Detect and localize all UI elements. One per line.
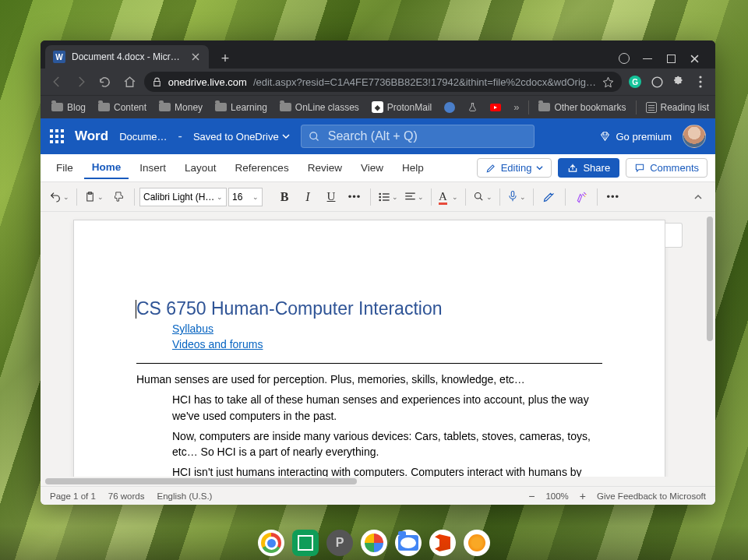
svg-rect-10: [383, 196, 390, 197]
minimize-button[interactable]: [637, 48, 658, 69]
url-host: onedrive.live.com: [168, 76, 247, 88]
font-color-button[interactable]: A⌄: [436, 186, 460, 208]
horizontal-rule: [136, 363, 602, 364]
horizontal-scrollbar[interactable]: [41, 477, 704, 486]
tab-home[interactable]: Home: [84, 157, 129, 179]
search-input[interactable]: Search (Alt + Q): [301, 125, 535, 148]
tab-references[interactable]: References: [228, 157, 297, 178]
find-button[interactable]: ⌄: [471, 186, 495, 208]
shelf-files-icon[interactable]: [395, 530, 422, 556]
bookmark-folder[interactable]: OnLine classes: [275, 100, 364, 115]
comments-button[interactable]: Comments: [626, 158, 707, 178]
bookmark-youtube[interactable]: [485, 101, 506, 114]
font-size-select[interactable]: 16⌄: [228, 188, 263, 206]
link-videos-forums[interactable]: Videos and forums: [172, 338, 602, 350]
tab-insert[interactable]: Insert: [132, 157, 174, 178]
bookmark-protonmail[interactable]: ◆ProtonMail: [367, 99, 436, 115]
save-status[interactable]: Saved to OneDrive: [193, 131, 290, 143]
go-premium-button[interactable]: Go premium: [599, 131, 672, 143]
vertical-scrollbar[interactable]: [704, 212, 715, 486]
undo-button[interactable]: ⌄: [47, 186, 72, 208]
reading-list[interactable]: Reading list: [641, 100, 714, 115]
document-page[interactable]: CS 6750 Human-Computer Interaction Sylla…: [73, 220, 665, 486]
bookmark-item[interactable]: [439, 100, 460, 115]
bold-button[interactable]: B: [273, 186, 295, 208]
shelf-office-icon[interactable]: [429, 530, 456, 556]
bookmark-item[interactable]: [463, 99, 482, 115]
svg-point-16: [475, 193, 481, 199]
chrome-menu-icon[interactable]: [692, 73, 709, 90]
chevron-down-icon: [536, 164, 543, 171]
account-circle-icon[interactable]: [614, 48, 634, 69]
document-name[interactable]: Docume…: [119, 131, 167, 143]
tab-view[interactable]: View: [353, 157, 391, 178]
shelf-chrome-icon[interactable]: [258, 530, 284, 556]
bookmark-label: Content: [114, 102, 146, 113]
shelf-app-icon[interactable]: P: [326, 530, 353, 556]
browser-tab[interactable]: W Document 4.docx - Microsoft Wo: [45, 45, 209, 69]
align-button[interactable]: ⌄: [402, 186, 426, 208]
dictate-button[interactable]: ⌄: [505, 186, 528, 208]
zoom-in-button[interactable]: +: [577, 490, 589, 502]
home-button[interactable]: [120, 72, 139, 92]
tab-help[interactable]: Help: [394, 157, 432, 178]
scrollbar-thumb[interactable]: [45, 478, 357, 484]
collapse-ribbon-button[interactable]: [687, 186, 709, 208]
other-bookmarks[interactable]: Other bookmarks: [534, 100, 630, 115]
zoom-out-button[interactable]: −: [525, 490, 538, 502]
editing-mode-button[interactable]: Editing: [477, 158, 552, 178]
tab-review[interactable]: Review: [300, 157, 350, 178]
font-name-select[interactable]: Calibri Light (H…⌄: [139, 188, 227, 206]
feedback-link[interactable]: Give Feedback to Microsoft: [597, 491, 706, 501]
italic-button[interactable]: I: [297, 186, 319, 208]
bookmark-label: Learning: [231, 102, 267, 113]
folder-icon: [159, 103, 171, 111]
language-status[interactable]: English (U.S.): [157, 491, 213, 501]
shelf-app-icon[interactable]: [464, 530, 490, 556]
bookmark-folder[interactable]: Blog: [47, 100, 90, 115]
avatar[interactable]: [683, 125, 706, 148]
word-count[interactable]: 76 words: [108, 491, 145, 501]
document-heading: CS 6750 Human-Computer Interaction: [136, 298, 602, 319]
bookmark-folder[interactable]: Learning: [210, 100, 272, 115]
more-font-options[interactable]: •••: [344, 186, 365, 208]
scrollbar-thumb[interactable]: [707, 217, 713, 341]
forward-button[interactable]: [71, 72, 90, 92]
tab-layout[interactable]: Layout: [177, 157, 224, 178]
underline-button[interactable]: U: [320, 186, 342, 208]
designer-button[interactable]: [570, 186, 592, 208]
folder-icon: [51, 103, 63, 111]
omnibox[interactable]: onedrive.live.com/edit.aspx?resid=C1A4FE…: [144, 72, 622, 92]
close-tab-icon[interactable]: [190, 51, 201, 62]
svg-rect-8: [383, 193, 390, 194]
bookmark-folder[interactable]: Content: [94, 100, 151, 115]
editor-button[interactable]: [538, 186, 560, 208]
link-syllabus[interactable]: Syllabus: [172, 322, 602, 335]
reload-button[interactable]: [95, 72, 115, 92]
page-count[interactable]: Page 1 of 1: [50, 491, 96, 501]
star-icon[interactable]: [602, 76, 614, 88]
tab-file[interactable]: File: [48, 157, 81, 178]
more-commands[interactable]: •••: [602, 186, 624, 208]
paste-button[interactable]: ⌄: [82, 186, 106, 208]
pencil-icon: [485, 163, 496, 174]
extensions-puzzle-icon[interactable]: [670, 73, 687, 90]
bullets-button[interactable]: ⌄: [376, 186, 400, 208]
maximize-button[interactable]: [661, 48, 681, 69]
app-launcher-icon[interactable]: [50, 129, 64, 143]
new-tab-button[interactable]: +: [215, 48, 235, 69]
format-painter-button[interactable]: [108, 186, 129, 208]
svg-point-9: [379, 195, 381, 198]
extension-icon[interactable]: [648, 73, 665, 90]
bookmark-overflow[interactable]: »: [509, 99, 524, 115]
shelf-sheets-icon[interactable]: [292, 530, 319, 556]
share-button[interactable]: Share: [558, 158, 619, 178]
back-button[interactable]: [47, 72, 66, 92]
close-window-button[interactable]: [684, 48, 704, 69]
grammarly-extension-icon[interactable]: G: [626, 73, 644, 90]
shelf-photos-icon[interactable]: [361, 530, 387, 556]
page-side-tab[interactable]: [665, 223, 683, 248]
bookmark-folder[interactable]: Money: [154, 100, 207, 115]
flask-icon: [468, 101, 478, 113]
zoom-level[interactable]: 100%: [545, 491, 568, 501]
